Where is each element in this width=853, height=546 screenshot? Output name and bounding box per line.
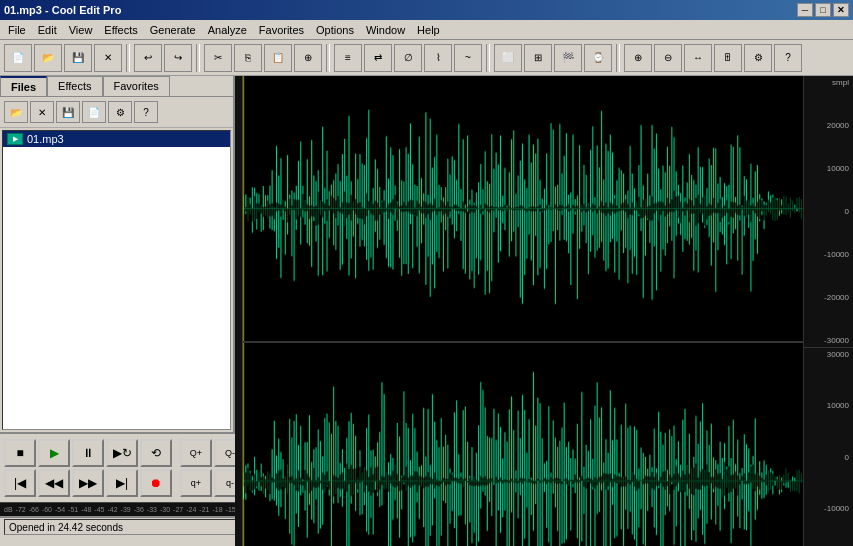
tb-sel-all[interactable]: ⬜ bbox=[494, 44, 522, 72]
list-item[interactable]: ▶ 01.mp3 bbox=[3, 131, 230, 147]
file-icon: ▶ bbox=[7, 133, 23, 145]
scale-bottom: 30000 10000 0 -10000 -20000 smpl bbox=[804, 348, 853, 546]
menu-help[interactable]: Help bbox=[411, 22, 446, 38]
transport-controls: ■ ▶ ⏸ ▶↻ ⟲ |◀ ◀◀ ▶▶ ▶| ⏺ bbox=[4, 439, 172, 497]
title-bar-controls: ─ □ ✕ bbox=[797, 3, 849, 17]
fast-forward-button[interactable]: ▶▶ bbox=[72, 469, 104, 497]
loop-button[interactable]: ⟲ bbox=[140, 439, 172, 467]
tb-silence[interactable]: ∅ bbox=[394, 44, 422, 72]
menu-analyze[interactable]: Analyze bbox=[202, 22, 253, 38]
tab-effects[interactable]: Effects bbox=[47, 76, 102, 96]
waveform-area: smpl 20000 10000 0 -10000 -20000 -30000 … bbox=[235, 76, 853, 432]
zoom-in-v-button[interactable]: q+ bbox=[180, 469, 212, 497]
tb-zoom-in[interactable]: ⊕ bbox=[624, 44, 652, 72]
tb-rec-lvl[interactable]: 🎚 bbox=[714, 44, 742, 72]
maximize-button[interactable]: □ bbox=[815, 3, 831, 17]
tb-zoom-out[interactable]: ⊖ bbox=[654, 44, 682, 72]
tb-undo[interactable]: ↩ bbox=[134, 44, 162, 72]
tb-copy[interactable]: ⎘ bbox=[234, 44, 262, 72]
tb-eq[interactable]: ~ bbox=[454, 44, 482, 72]
waveform-canvas[interactable]: smpl 20000 10000 0 -10000 -20000 -30000 … bbox=[235, 76, 853, 546]
menu-bar: File Edit View Effects Generate Analyze … bbox=[0, 20, 853, 40]
tb-redo[interactable]: ↪ bbox=[164, 44, 192, 72]
panel-toolbar: 📂 ✕ 💾 📄 ⚙ ? bbox=[0, 97, 233, 128]
record-button[interactable]: ⏺ bbox=[140, 469, 172, 497]
tb-zoom-full[interactable]: ↔ bbox=[684, 44, 712, 72]
tb-new[interactable]: 📄 bbox=[4, 44, 32, 72]
waveform-channel-top[interactable] bbox=[243, 76, 803, 341]
go-start-button[interactable]: |◀ bbox=[4, 469, 36, 497]
menu-effects[interactable]: Effects bbox=[98, 22, 143, 38]
file-name: 01.mp3 bbox=[27, 133, 64, 145]
play-looped-button[interactable]: ▶↻ bbox=[106, 439, 138, 467]
transport-row-1: ■ ▶ ⏸ ▶↻ ⟲ bbox=[4, 439, 172, 467]
tb-sep2 bbox=[196, 44, 200, 72]
menu-favorites[interactable]: Favorites bbox=[253, 22, 310, 38]
panel-save-file[interactable]: 💾 bbox=[56, 101, 80, 123]
tb-close[interactable]: ✕ bbox=[94, 44, 122, 72]
tb-help2[interactable]: ? bbox=[774, 44, 802, 72]
title-bar: 01.mp3 - Cool Edit Pro ─ □ ✕ bbox=[0, 0, 853, 20]
tb-mix[interactable]: ⊕ bbox=[294, 44, 322, 72]
menu-view[interactable]: View bbox=[63, 22, 99, 38]
tb-reverse[interactable]: ⇄ bbox=[364, 44, 392, 72]
minimize-button[interactable]: ─ bbox=[797, 3, 813, 17]
tb-sep1 bbox=[126, 44, 130, 72]
panel-tabs: Files Effects Favorites bbox=[0, 76, 233, 97]
tb-sep4 bbox=[486, 44, 490, 72]
rewind-button[interactable]: ◀◀ bbox=[38, 469, 70, 497]
tb-cut[interactable]: ✂ bbox=[204, 44, 232, 72]
tb-normalize[interactable]: ≡ bbox=[334, 44, 362, 72]
tb-time[interactable]: ⌚ bbox=[584, 44, 612, 72]
tb-marker[interactable]: 🏁 bbox=[554, 44, 582, 72]
tb-sep5 bbox=[616, 44, 620, 72]
panel-help[interactable]: ? bbox=[134, 101, 158, 123]
stop-button[interactable]: ■ bbox=[4, 439, 36, 467]
tb-settings[interactable]: ⚙ bbox=[744, 44, 772, 72]
zoom-in-h-button[interactable]: Q+ bbox=[180, 439, 212, 467]
menu-edit[interactable]: Edit bbox=[32, 22, 63, 38]
main-area: Files Effects Favorites 📂 ✕ 💾 📄 ⚙ ? ▶ 01… bbox=[0, 76, 853, 432]
right-scale: smpl 20000 10000 0 -10000 -20000 -30000 … bbox=[803, 76, 853, 546]
play-button[interactable]: ▶ bbox=[38, 439, 70, 467]
pause-button[interactable]: ⏸ bbox=[72, 439, 104, 467]
menu-options[interactable]: Options bbox=[310, 22, 360, 38]
tb-sep3 bbox=[326, 44, 330, 72]
window-title: 01.mp3 - Cool Edit Pro bbox=[4, 4, 121, 16]
tb-save[interactable]: 💾 bbox=[64, 44, 92, 72]
panel-new-file[interactable]: 📄 bbox=[82, 101, 106, 123]
go-end-button[interactable]: ▶| bbox=[106, 469, 138, 497]
waveform-left-ruler bbox=[235, 76, 243, 546]
tab-files[interactable]: Files bbox=[0, 76, 47, 96]
menu-file[interactable]: File bbox=[2, 22, 32, 38]
tb-snap[interactable]: ⊞ bbox=[524, 44, 552, 72]
scale-top: smpl 20000 10000 0 -10000 -20000 -30000 bbox=[804, 76, 853, 348]
toolbar: 📄 📂 💾 ✕ ↩ ↪ ✂ ⎘ 📋 ⊕ ≡ ⇄ ∅ ⌇ ~ ⬜ ⊞ 🏁 ⌚ ⊕ … bbox=[0, 40, 853, 76]
waveform-channel-bottom[interactable] bbox=[243, 343, 803, 546]
panel-props[interactable]: ⚙ bbox=[108, 101, 132, 123]
tab-favorites[interactable]: Favorites bbox=[103, 76, 170, 96]
left-panel: Files Effects Favorites 📂 ✕ 💾 📄 ⚙ ? ▶ 01… bbox=[0, 76, 235, 432]
tb-paste[interactable]: 📋 bbox=[264, 44, 292, 72]
tb-freq[interactable]: ⌇ bbox=[424, 44, 452, 72]
close-button[interactable]: ✕ bbox=[833, 3, 849, 17]
transport-row-2: |◀ ◀◀ ▶▶ ▶| ⏺ bbox=[4, 469, 172, 497]
file-list[interactable]: ▶ 01.mp3 bbox=[2, 130, 231, 430]
tb-open[interactable]: 📂 bbox=[34, 44, 62, 72]
panel-open[interactable]: 📂 bbox=[4, 101, 28, 123]
panel-close-file[interactable]: ✕ bbox=[30, 101, 54, 123]
menu-window[interactable]: Window bbox=[360, 22, 411, 38]
menu-generate[interactable]: Generate bbox=[144, 22, 202, 38]
waveform-tracks bbox=[243, 76, 803, 546]
